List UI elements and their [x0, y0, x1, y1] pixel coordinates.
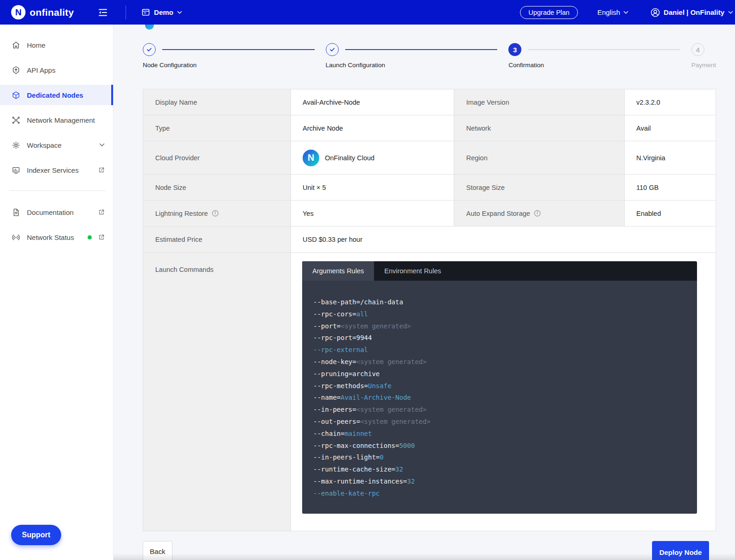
- user-name: Daniel | OnFinality: [664, 8, 724, 16]
- step-label: Confirmation: [508, 62, 691, 69]
- summary-label: Display Name: [143, 89, 291, 115]
- workspace-switcher[interactable]: Demo: [141, 8, 182, 17]
- summary-value: Avail: [625, 115, 716, 141]
- app-window: N onfinality Demo Upgrade P: [0, 0, 735, 560]
- navbar-divider: [126, 6, 126, 19]
- summary-value: Archive Node: [291, 115, 454, 141]
- sidebar-item-label: Network Status: [27, 233, 80, 241]
- sidebar-item-indexer-services[interactable]: Indexer Services: [0, 160, 113, 180]
- deployment-stepper: Node Configuration Launch Configuration: [143, 43, 716, 69]
- upgrade-plan-button[interactable]: Upgrade Plan: [520, 6, 578, 19]
- api-apps-icon: [12, 66, 20, 75]
- summary-value: 110 GB: [625, 175, 716, 201]
- info-icon[interactable]: [534, 210, 541, 217]
- code-line: --rpc-external: [313, 344, 686, 356]
- external-link-icon: [98, 234, 105, 240]
- arg-value: 9944: [356, 334, 372, 341]
- status-dot: [88, 235, 92, 239]
- sidebar-item-label: Dedicated Nodes: [27, 91, 105, 99]
- language-selector[interactable]: English: [597, 8, 628, 16]
- tab-arguments-rules[interactable]: Arguments Rules: [302, 261, 374, 281]
- sidebar-item-home[interactable]: Home: [0, 35, 113, 55]
- document-icon: [12, 208, 20, 217]
- workspace-name: Demo: [154, 8, 173, 16]
- step-confirmation: 3 Confirmation: [508, 43, 691, 69]
- summary-value: Yes: [291, 201, 454, 227]
- code-line: --runtime-cache-size=32: [313, 464, 686, 476]
- step-label: Launch Configuration: [326, 62, 509, 69]
- summary-label: Image Version: [454, 89, 625, 115]
- sidebar-item-label: Workspace: [27, 141, 93, 149]
- top-navbar: N onfinality Demo Upgrade P: [0, 0, 735, 25]
- arg-key: --in-peers=: [313, 406, 356, 413]
- sidebar-item-label: Home: [27, 41, 105, 49]
- code-line: --in-peers=<system generated>: [313, 404, 686, 416]
- arg-key: --max-runtime-instances=: [313, 478, 407, 485]
- summary-label: Network: [454, 115, 625, 141]
- code-line: --rpc-port=9944: [313, 332, 686, 344]
- summary-label: Auto Expand Storage: [454, 201, 625, 227]
- arg-value: <system generated>: [341, 322, 411, 330]
- info-icon[interactable]: [212, 210, 219, 217]
- arg-value: archive: [352, 370, 380, 378]
- code-line: --enable-kate-rpc: [313, 488, 686, 500]
- network-nodes-icon: [12, 116, 20, 125]
- sidebar-item-network-status[interactable]: Network Status: [0, 227, 113, 247]
- arg-key: --chain=: [313, 430, 344, 437]
- step-node-configuration: Node Configuration: [143, 43, 326, 69]
- brand-logo[interactable]: N onfinality: [0, 5, 74, 19]
- sidebar-item-label: API Apps: [27, 66, 105, 74]
- arg-value: all: [356, 310, 368, 318]
- deploy-node-button[interactable]: Deploy Node: [652, 541, 709, 560]
- summary-label: Region: [454, 141, 625, 175]
- sidebar-collapse-button[interactable]: [98, 7, 108, 18]
- arg-key: --port=: [313, 322, 341, 330]
- sidebar-item-documentation[interactable]: Documentation: [0, 202, 113, 222]
- arg-key: --base-path=: [313, 298, 360, 306]
- summary-label: Cloud Provider: [143, 141, 291, 175]
- arg-key: --out-peers=: [313, 418, 360, 425]
- step-launch-configuration: Launch Configuration: [326, 43, 509, 69]
- broadcast-icon: [12, 233, 20, 242]
- user-menu[interactable]: Daniel | OnFinality: [651, 8, 733, 17]
- back-button[interactable]: Back: [143, 541, 172, 560]
- launch-commands-cell: Arguments Rules Environment Rules --base…: [291, 253, 716, 531]
- arg-key: --enable-kate-rpc: [313, 490, 380, 497]
- confirmation-summary-table: Display Name Avail-Archive-Node Image Ve…: [143, 89, 716, 531]
- summary-value: Enabled: [625, 201, 716, 227]
- arg-value: 5000: [399, 442, 415, 449]
- external-link-icon: [98, 167, 105, 173]
- arg-value: 32: [407, 478, 415, 485]
- code-line: --in-peers-light=0: [313, 452, 686, 464]
- cube-icon: [12, 91, 20, 100]
- arg-key: --rpc-max-connections=: [313, 442, 399, 449]
- check-icon: [329, 46, 336, 53]
- support-button[interactable]: Support: [11, 525, 61, 545]
- launch-commands-panel: Arguments Rules Environment Rules --base…: [302, 261, 697, 514]
- arg-value: mainnet: [344, 430, 372, 437]
- code-line: --rpc-cors=all: [313, 308, 686, 321]
- sidebar-item-api-apps[interactable]: API Apps: [0, 60, 113, 80]
- arg-value: 0: [380, 453, 383, 461]
- sidebar-item-label: Network Management: [27, 116, 105, 124]
- arg-key: --rpc-cors=: [313, 310, 356, 318]
- chevron-down-icon: [728, 11, 733, 14]
- sidebar-item-network-management[interactable]: Network Management: [0, 110, 113, 130]
- tab-environment-rules[interactable]: Environment Rules: [374, 261, 451, 281]
- arguments-code-block: --base-path=/chain-data --rpc-cors=all -…: [302, 281, 697, 514]
- sidebar-item-label: Documentation: [27, 208, 92, 216]
- language-label: English: [597, 8, 620, 16]
- sidebar-item-dedicated-nodes[interactable]: Dedicated Nodes: [0, 85, 113, 105]
- summary-label: Node Size: [143, 175, 291, 201]
- arg-value: <system generated>: [356, 358, 427, 365]
- code-line: --name=Avail-Archive-Node: [313, 392, 686, 404]
- arg-value: <system generated>: [360, 418, 431, 425]
- arg-key: --runtime-cache-size=: [313, 466, 395, 473]
- arg-key: --rpc-methods=: [313, 382, 368, 390]
- sidebar-item-workspace[interactable]: Workspace: [0, 135, 113, 155]
- code-line: --out-peers=<system generated>: [313, 416, 686, 428]
- arg-key: --in-peers-light=: [313, 453, 380, 461]
- network-logo-icon: [145, 25, 154, 30]
- home-icon: [12, 41, 20, 50]
- arg-value: Avail-Archive-Node: [341, 394, 411, 401]
